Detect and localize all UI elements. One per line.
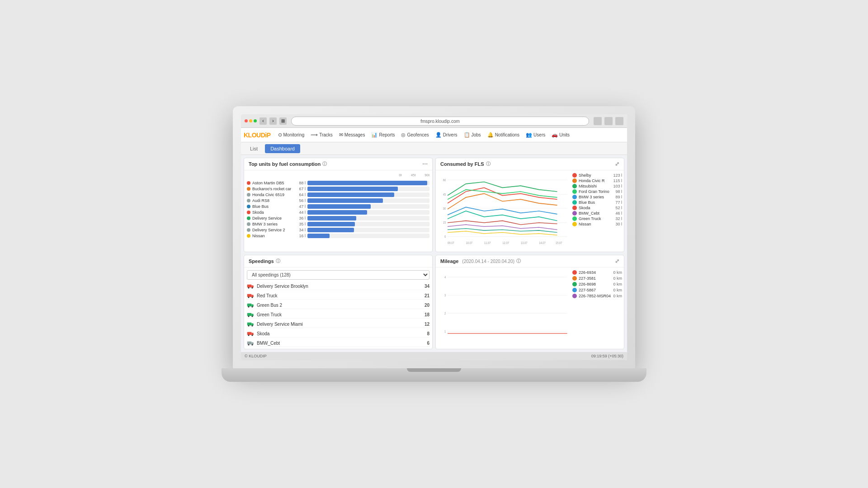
truck-icon [247, 283, 254, 289]
fuel-bar [307, 210, 367, 215]
mileage-chart-area: 4 3 2 1 [438, 269, 571, 347]
fuel-bar [307, 187, 398, 191]
fls-expand-icon[interactable]: ⤢ [615, 161, 619, 167]
legend-value: 77 l [615, 200, 622, 205]
fuel-dot [247, 211, 250, 214]
fuel-row: Audi RS8 56 l [247, 198, 429, 203]
speedings-panel-title: Speedings [249, 258, 274, 264]
fls-legend-item: Skoda 52 l [572, 206, 622, 210]
speedings-name: Red Truck [257, 293, 422, 298]
mileage-legend-label: 226-7852-MSR04 [579, 294, 611, 298]
fuel-name: Blue Bus [252, 204, 293, 209]
mileage-info-icon[interactable]: ⓘ [516, 258, 521, 264]
legend-value: 115 l [613, 178, 622, 183]
legend-value: 89 l [615, 195, 622, 199]
nav-units[interactable]: 🚗 Units [549, 128, 572, 142]
mileage-legend-value: 0 km [613, 288, 622, 292]
tab-dashboard[interactable]: Dashboard [265, 144, 300, 153]
fuel-row: Nissan 16 l [247, 234, 429, 238]
svg-rect-25 [247, 304, 252, 306]
svg-marker-34 [251, 323, 254, 325]
mileage-legend-item: 227-3581 0 km [572, 276, 622, 281]
fuel-info-icon[interactable]: ⓘ [322, 161, 327, 167]
back-button[interactable]: ‹ [259, 117, 267, 125]
fuel-panel: Top units by fuel consumption ⓘ ⋯ 0l 45l… [244, 158, 433, 252]
legend-label: Mitsubishi [579, 184, 611, 188]
legend-value: 52 l [615, 206, 622, 210]
mileage-legend-item: 226-8698 0 km [572, 282, 622, 286]
mileage-legend-dot [572, 270, 577, 275]
speedings-count: 8 [427, 331, 429, 336]
main-content: Top units by fuel consumption ⓘ ⋯ 0l 45l… [241, 155, 627, 352]
fls-chart-area: 60 45 30 15 0 09.07 10.07 11.07 [438, 172, 571, 250]
truck-icon [247, 312, 254, 317]
nav-drivers[interactable]: 👤 Drivers [433, 128, 460, 142]
mileage-legend-value: 0 km [613, 282, 622, 286]
fuel-value: 36 l [295, 216, 306, 221]
fuel-name: Buckaroo's rocket car [252, 187, 293, 191]
forward-button[interactable]: › [269, 117, 277, 125]
nav-reports[interactable]: 📊 Reports [368, 128, 397, 142]
fuel-name: Audi RS8 [252, 198, 293, 203]
svg-point-36 [251, 325, 253, 326]
fuel-expand-icon[interactable]: ⋯ [422, 161, 428, 167]
view-button[interactable]: ⊞ [279, 117, 287, 125]
mileage-legend-value: 0 km [613, 276, 622, 281]
legend-label: Blue Bus [579, 200, 613, 205]
fls-info-icon[interactable]: ⓘ [486, 161, 491, 167]
mileage-panel: Mileage (2020.04.14 - 2020.04.20) ⓘ ⤢ [435, 255, 624, 349]
fuel-bar [307, 198, 383, 203]
svg-point-35 [248, 325, 249, 326]
fuel-row: BMW 3 series 35 l [247, 222, 429, 226]
nav-monitoring[interactable]: ⊙ Monitoring [275, 128, 307, 142]
new-tab-button[interactable] [604, 117, 613, 125]
url-bar[interactable]: fmspro.kloudip.com [291, 117, 589, 126]
speedings-name: Skoda [257, 331, 424, 336]
nav-notifications[interactable]: 🔔 Notifications [485, 128, 522, 142]
legend-dot [572, 200, 577, 205]
nav-bar: KLOUDiP ⊙ Monitoring ⟿ Tracks ✉ Messages [241, 128, 627, 142]
fuel-axis-0: 0l [399, 173, 401, 177]
fuel-row: Delivery Service 36 l [247, 216, 429, 221]
speedings-info-icon[interactable]: ⓘ [276, 258, 280, 264]
fuel-value: 64 l [295, 192, 306, 197]
svg-text:4: 4 [444, 275, 446, 279]
geofences-icon: ◎ [401, 132, 406, 138]
fuel-dot [247, 193, 250, 197]
nav-tracks[interactable]: ⟿ Tracks [308, 128, 335, 142]
share-button[interactable] [594, 117, 602, 125]
legend-value: 98 l [615, 189, 622, 194]
nav-jobs[interactable]: 📋 Jobs [461, 128, 484, 142]
svg-text:15: 15 [443, 221, 446, 225]
svg-marker-22 [251, 295, 254, 297]
speedings-select[interactable]: All speedings (128) [247, 270, 429, 280]
fuel-value: 44 l [295, 210, 306, 215]
nav-messages[interactable]: ✉ Messages [336, 128, 368, 142]
svg-rect-33 [247, 323, 252, 325]
speedings-name: Delivery Service Brooklyn [257, 284, 422, 289]
mileage-legend-dot [572, 288, 577, 292]
speedings-row: Green Truck 18 [247, 311, 429, 319]
fuel-panel-header: Top units by fuel consumption ⓘ ⋯ [244, 158, 432, 170]
svg-text:0: 0 [444, 235, 446, 239]
fuel-row: Blue Bus 47 l [247, 204, 429, 209]
mileage-expand-icon[interactable]: ⤢ [615, 258, 619, 264]
fuel-value: 88 l [295, 181, 306, 185]
fls-legend-item: Honda Civic R 115 l [572, 178, 622, 183]
tab-list[interactable]: List [245, 144, 263, 153]
truck-icon [247, 293, 254, 298]
drivers-icon: 👤 [435, 132, 442, 138]
nav-users[interactable]: 👥 Users [523, 128, 548, 142]
svg-point-23 [248, 296, 249, 298]
speedings-row: BMW_Cebt 6 [247, 339, 429, 347]
fuel-axis-90: 90l [425, 173, 429, 177]
svg-text:13.07: 13.07 [521, 241, 528, 245]
speedings-row: Delivery Service Miami 12 [247, 320, 429, 328]
legend-label: BMW_Cebt [579, 211, 613, 216]
fuel-dot [247, 234, 250, 238]
fuel-bar-container [307, 228, 429, 232]
fuel-axis-45: 45l [411, 173, 416, 177]
nav-geofences[interactable]: ◎ Geofences [398, 128, 431, 142]
time-text: 09:19:59 (+05:30) [591, 354, 623, 358]
more-button[interactable] [615, 117, 623, 125]
